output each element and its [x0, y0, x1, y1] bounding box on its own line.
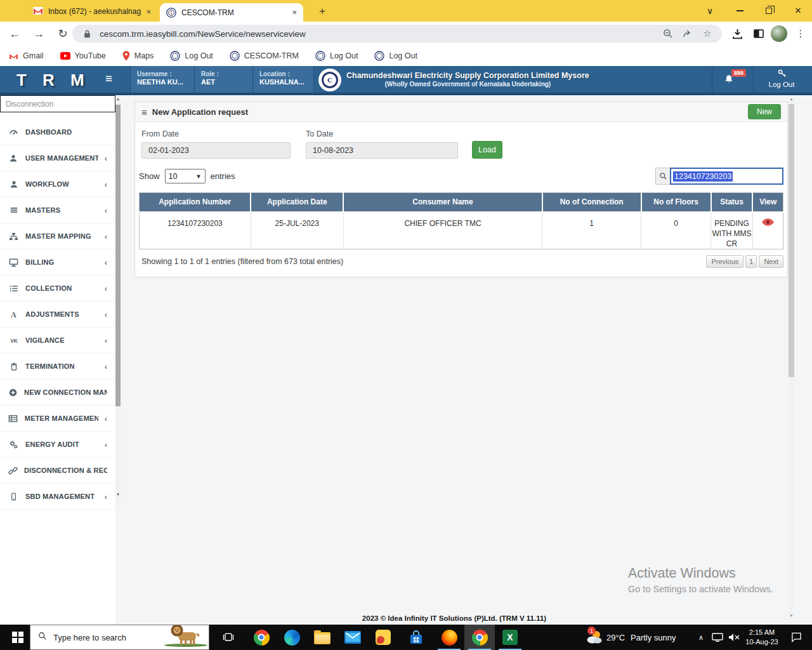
speaker-muted-icon[interactable]: [726, 625, 742, 650]
tab-close-icon[interactable]: ×: [292, 8, 297, 17]
new-tab-icon[interactable]: +: [315, 4, 330, 19]
taskbar-excel-icon[interactable]: X: [495, 625, 525, 650]
new-button[interactable]: New: [748, 104, 781, 119]
zoom-out-icon[interactable]: [661, 29, 675, 39]
sidebar-item-collection[interactable]: COLLECTION ‹: [0, 275, 115, 302]
cesc-logo: C: [318, 69, 341, 91]
window-close-icon[interactable]: ×: [789, 0, 808, 22]
taskbar-store-icon[interactable]: [401, 625, 431, 650]
sidebar-item-master-mapping[interactable]: MASTER MAPPING ‹: [0, 223, 115, 249]
sidebar-item-masters[interactable]: MASTERS ‹: [0, 197, 115, 223]
page-scrollbar[interactable]: ▲ ▼: [789, 95, 794, 620]
col-no-of-floors[interactable]: No of Floors: [641, 193, 711, 212]
sidebar-search-input[interactable]: Disconnection: [0, 95, 115, 112]
col-view[interactable]: View: [752, 193, 783, 212]
sidebar-item-billing[interactable]: BILLING ‹: [0, 249, 115, 275]
sidebar-scrollbar-thumb[interactable]: [115, 105, 121, 406]
bookmark-logout-2[interactable]: Log Out: [315, 51, 358, 61]
bookmark-cescom-trm[interactable]: CESCOM-TRM: [230, 51, 299, 61]
bookmark-youtube[interactable]: YouTube: [60, 51, 106, 60]
reload-icon[interactable]: ↻: [55, 25, 71, 42]
weather-icon[interactable]: 1: [582, 625, 606, 650]
taskbar-search-input[interactable]: Type here to search: [30, 625, 209, 650]
address-bar[interactable]: cescom.trm.ieasybill.com/NewService/news…: [72, 25, 722, 43]
browser-menu-icon[interactable]: ⋮: [792, 25, 809, 43]
page-size-select[interactable]: 10 ▼: [165, 169, 206, 183]
action-center-icon[interactable]: [785, 625, 807, 650]
col-consumer-name[interactable]: Consumer Name: [343, 193, 542, 212]
taskbar-mail-icon[interactable]: [337, 625, 368, 650]
logout-button[interactable]: Log Out: [755, 69, 808, 94]
scroll-up-icon[interactable]: ▲: [789, 97, 794, 101]
download-icon[interactable]: [728, 25, 746, 43]
taskbar-sticky-notes-icon[interactable]: [368, 625, 398, 650]
tab-close-icon[interactable]: ×: [146, 7, 151, 17]
table-search-input[interactable]: 1234107230203: [670, 168, 783, 185]
col-status[interactable]: Status: [711, 193, 753, 212]
scroll-down-icon[interactable]: ▼: [115, 493, 121, 496]
sidebar-item-user-management[interactable]: USER MANAGEMENT ‹: [0, 145, 115, 171]
forward-icon[interactable]: →: [30, 25, 47, 42]
page-1-button[interactable]: 1: [745, 255, 757, 268]
share-icon[interactable]: [681, 29, 695, 39]
view-eye-icon[interactable]: [752, 212, 783, 249]
window-restore-icon[interactable]: [759, 0, 778, 22]
sidebar-item-workflow[interactable]: WORKFLOW ‹: [0, 171, 115, 197]
task-view-icon[interactable]: [216, 625, 241, 650]
start-button[interactable]: [5, 625, 30, 650]
col-no-of-connection[interactable]: No of Connection: [542, 193, 641, 212]
panel-header: ≡ New Application request New: [135, 102, 787, 122]
sidebar-item-dashboard[interactable]: DASHBOARD: [0, 119, 115, 145]
bookmark-logout-1[interactable]: Log Out: [170, 51, 213, 61]
sidebar-item-disconnection[interactable]: DISCONNECTION & RECO.<: [0, 458, 115, 484]
taskbar-edge-icon[interactable]: [277, 625, 307, 650]
from-date-input[interactable]: 02-01-2023: [141, 142, 291, 159]
sidebar-item-sbd-management[interactable]: SBD MANAGEMENT ‹: [0, 484, 115, 510]
window-minimize-icon[interactable]: [730, 0, 749, 22]
sidebar-item-adjustments[interactable]: A ADJUSTMENTS ‹: [0, 302, 115, 328]
time-text: 2:15 AM: [749, 628, 775, 637]
taskbar-clock[interactable]: 2:15 AM 10-Aug-23: [741, 625, 783, 650]
taskbar-firefox-icon[interactable]: [434, 625, 464, 650]
weather-condition-text[interactable]: Partly sunny: [631, 625, 676, 650]
previous-page-button[interactable]: Previous: [706, 255, 743, 268]
taskbar-file-explorer-icon[interactable]: [307, 625, 337, 650]
profile-avatar[interactable]: [770, 25, 788, 43]
showing-entries-text: Showing 1 to 1 of 1 entries (filtered fr…: [141, 257, 343, 266]
scroll-down-icon[interactable]: ▼: [789, 614, 794, 618]
bookmark-star-icon[interactable]: ☆: [700, 28, 714, 39]
pagination: Previous 1 Next: [706, 255, 783, 268]
tab-gmail-inbox[interactable]: Inbox (672) - aeekushalnagar@g ×: [29, 3, 155, 20]
tab-search-chevron-icon[interactable]: ∨: [700, 0, 719, 22]
app-logo[interactable]: T R M: [16, 70, 90, 90]
sidebar-item-termination[interactable]: TERMINATION ‹: [0, 354, 115, 380]
col-application-date[interactable]: Application Date: [251, 193, 343, 212]
scroll-up-icon[interactable]: ▲: [115, 97, 121, 101]
taskbar-chrome-active-icon[interactable]: [464, 625, 495, 650]
col-application-number[interactable]: Application Number: [140, 193, 251, 212]
notifications-button[interactable]: 899: [712, 66, 754, 93]
back-icon[interactable]: ←: [6, 25, 23, 42]
tray-expand-icon[interactable]: ∧: [694, 625, 708, 650]
sidebar-item-new-connection[interactable]: NEW CONNECTION MANA<.: [0, 380, 115, 406]
taskbar-chrome-icon[interactable]: [246, 625, 277, 650]
sidebar-item-meter-management[interactable]: METER MANAGEMENT ‹: [0, 406, 115, 432]
bookmark-gmail[interactable]: Gmail: [9, 51, 44, 60]
load-button[interactable]: Load: [472, 141, 502, 159]
bookmark-maps[interactable]: Maps: [122, 51, 154, 61]
bookmark-logout-3[interactable]: Log Out: [374, 51, 417, 61]
temperature-text[interactable]: 29°C: [606, 625, 625, 650]
from-date-field: From Date 02-01-2023: [141, 129, 291, 159]
page-scrollbar-thumb[interactable]: [789, 104, 794, 377]
sidebar-item-energy-audit[interactable]: ENERGY AUDIT ‹: [0, 432, 115, 458]
sidebar-item-vigilance[interactable]: VK VIGILANCE ‹: [0, 328, 115, 354]
sidebar-scrollbar[interactable]: ▲ ▼: [115, 95, 121, 501]
next-page-button[interactable]: Next: [759, 255, 783, 268]
side-panel-icon[interactable]: [750, 25, 768, 43]
sidebar-toggle-icon[interactable]: ≡: [105, 72, 112, 86]
to-date-input[interactable]: 10-08-2023: [306, 142, 458, 159]
vk-icon: VK: [8, 336, 19, 345]
tab-cescom-trm[interactable]: CESCOM-TRM ×: [160, 3, 303, 22]
network-display-icon[interactable]: [709, 625, 726, 650]
role-value: AET: [201, 78, 246, 86]
